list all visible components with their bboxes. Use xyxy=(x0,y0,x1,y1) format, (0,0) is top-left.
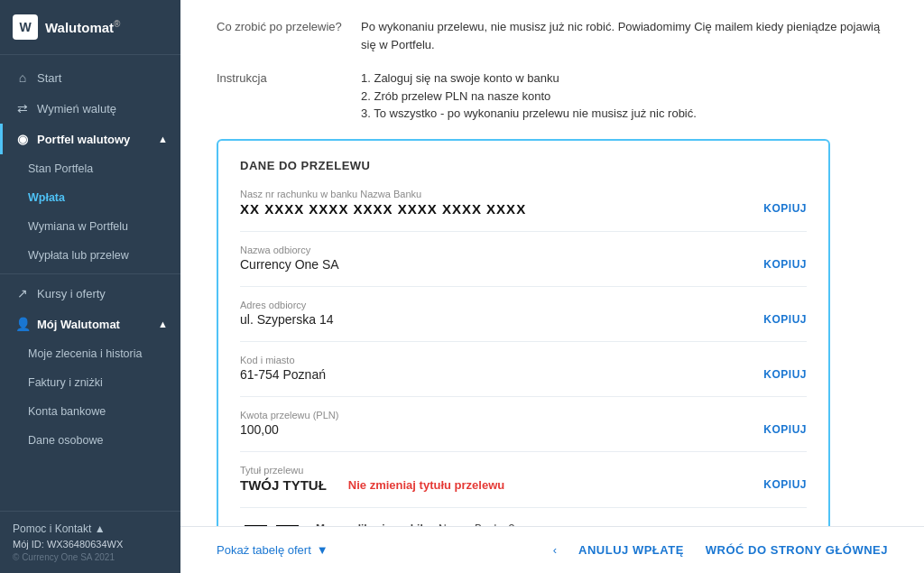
transfer-box-title: DANE DO PRZELEWU xyxy=(240,159,807,172)
field-title: Tytuł przelewu TWÓJ TYTUŁ Nie zmieniaj t… xyxy=(240,465,807,493)
info-label-co-zrobic: Co zrobić po przelewie? xyxy=(217,18,343,33)
field-address-label: Adres odbiorcy xyxy=(240,300,807,310)
sidebar-item-moj[interactable]: 👤 Mój Walutomat ▲ xyxy=(0,309,180,339)
sidebar-item-wymien[interactable]: ⇄ Wymień walutę xyxy=(0,93,180,124)
field-title-label: Tytuł przelewu xyxy=(240,465,807,476)
chart-icon: ↗ xyxy=(15,286,30,300)
sidebar-item-wymiana[interactable]: Wymiana w Portfelu xyxy=(0,212,180,241)
go-home-button[interactable]: WRÓĆ DO STRONY GŁÓWNEJ xyxy=(706,543,888,557)
sidebar-item-wyplata[interactable]: Wypłata lub przelew xyxy=(0,241,180,270)
sidebar-item-faktury[interactable]: Faktury i zniżki xyxy=(0,368,180,397)
chevron-up-icon2: ▲ xyxy=(158,319,168,329)
field-title-value: TWÓJ TYTUŁ xyxy=(240,477,327,493)
info-value-co-zrobic: Po wykonaniu przelewu, nie musisz już ni… xyxy=(361,18,888,53)
sidebar-item-start[interactable]: ⌂ Start xyxy=(0,62,180,93)
cancel-button[interactable]: ANULUJ WPŁATĘ xyxy=(578,543,684,557)
sidebar-item-portfel[interactable]: ◉ Portfel walutowy ▲ xyxy=(0,124,180,154)
sidebar-item-stan[interactable]: Stan Portfela xyxy=(0,154,180,183)
field-amount-value: 100,00 xyxy=(240,422,279,437)
copy-recipient-button[interactable]: KOPIUJ xyxy=(763,258,807,271)
transfer-box: DANE DO PRZELEWU Nasz nr rachunku w bank… xyxy=(217,139,830,527)
field-account-label: Nasz nr rachunku w banku Nazwa Banku xyxy=(240,189,807,199)
field-address-value: ul. Szyperska 14 xyxy=(240,312,334,327)
user-id: Mój ID: WX36480634WX xyxy=(13,539,168,550)
field-city-label: Kod i miasto xyxy=(240,355,807,365)
copy-title-button[interactable]: KOPIUJ xyxy=(763,478,807,491)
qr-section: Masz aplikację mobilną Nazwa Banku ? Moż… xyxy=(240,507,807,527)
field-city: Kod i miasto 61-754 Poznań KOPIUJ xyxy=(240,355,807,382)
chevron-down-icon: ▼ xyxy=(317,543,328,557)
wallet-icon: ◉ xyxy=(15,132,30,146)
copyright: © Currency One SA 2021 xyxy=(13,552,168,562)
show-table-label: Pokaż tabelę ofert xyxy=(217,543,311,557)
title-warning: Nie zmieniaj tytułu przelewu xyxy=(348,478,504,492)
copy-amount-button[interactable]: KOPIUJ xyxy=(763,423,807,436)
field-recipient: Nazwa odbiorcy Currency One SA KOPIUJ xyxy=(240,245,807,272)
field-amount: Kwota przelewu (PLN) 100,00 KOPIUJ xyxy=(240,410,807,437)
sidebar-logo: W Walutomat® xyxy=(0,0,180,55)
footer-bar: Pokaż tabelę ofert ▼ ‹ ANULUJ WPŁATĘ WRÓ… xyxy=(180,526,924,573)
info-row-co-zrobic: Co zrobić po przelewie? Po wykonaniu prz… xyxy=(217,18,888,53)
sidebar-item-kursy[interactable]: ↗ Kursy i oferty xyxy=(0,278,180,309)
sidebar-item-zlecenia[interactable]: Moje zlecenia i historia xyxy=(0,339,180,368)
show-table-button[interactable]: Pokaż tabelę ofert ▼ xyxy=(217,543,328,557)
logo-icon: W xyxy=(13,14,38,40)
sidebar-navigation: ⌂ Start ⇄ Wymień walutę ◉ Portfel waluto… xyxy=(0,55,180,511)
chevron-up-icon: ▲ xyxy=(158,134,168,144)
copy-address-button[interactable]: KOPIUJ xyxy=(763,313,807,326)
chevron-left-icon: ‹ xyxy=(553,543,557,557)
support-link[interactable]: Pomoc i Kontakt ▲ xyxy=(13,522,168,535)
info-row-instrukcja: Instrukcja 1. Zaloguj się na swoje konto… xyxy=(217,69,888,123)
sidebar-footer: Pomoc i Kontakt ▲ Mój ID: WX36480634WX ©… xyxy=(0,511,180,573)
home-icon: ⌂ xyxy=(15,70,30,85)
copy-city-button[interactable]: KOPIUJ xyxy=(763,368,807,381)
sidebar-item-konta[interactable]: Konta bankowe xyxy=(0,397,180,426)
field-recipient-value: Currency One SA xyxy=(240,257,339,272)
user-icon: 👤 xyxy=(15,317,30,331)
field-amount-label: Kwota przelewu (PLN) xyxy=(240,410,807,421)
copy-account-button[interactable]: KOPIUJ xyxy=(763,202,807,215)
app-name: Walutomat® xyxy=(45,19,120,35)
content-area: Co zrobić po przelewie? Po wykonaniu prz… xyxy=(180,0,924,526)
exchange-icon: ⇄ xyxy=(15,101,30,116)
footer-actions: ‹ ANULUJ WPŁATĘ WRÓĆ DO STRONY GŁÓWNEJ xyxy=(553,543,888,557)
field-account: Nasz nr rachunku w banku Nazwa Banku XX … xyxy=(240,189,807,217)
chevron-up-icon3: ▲ xyxy=(95,522,106,535)
field-recipient-label: Nazwa odbiorcy xyxy=(240,245,807,255)
field-city-value: 61-754 Poznań xyxy=(240,367,326,382)
info-value-instrukcja: 1. Zaloguj się na swoje konto w banku 2.… xyxy=(361,69,888,123)
sidebar-item-dane[interactable]: Dane osobowe xyxy=(0,426,180,455)
field-account-value: XX XXXX XXXX XXXX XXXX XXXX XXXX xyxy=(240,201,526,217)
field-address: Adres odbiorcy ul. Szyperska 14 KOPIUJ xyxy=(240,300,807,327)
sidebar: W Walutomat® ⌂ Start ⇄ Wymień walutę ◉ P… xyxy=(0,0,180,573)
info-label-instrukcja: Instrukcja xyxy=(217,69,343,85)
main-content: Co zrobić po przelewie? Po wykonaniu prz… xyxy=(180,0,924,573)
sidebar-item-wplata[interactable]: Wpłata xyxy=(0,183,180,212)
